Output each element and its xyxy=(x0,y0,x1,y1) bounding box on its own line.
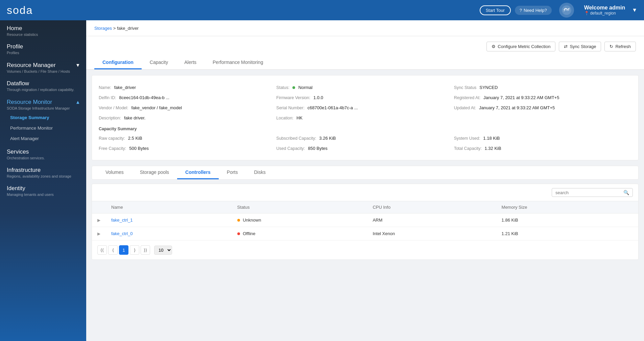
controllers-table: Name Status CPU Info Memory Size ▶ fake_… xyxy=(92,201,638,241)
sidebar-item-infrastructure[interactable]: Infrastructure Regions, availability zon… xyxy=(0,162,86,180)
table-row: ▶ fake_ctrl_0 Offline Intel Xenon 1.21 K… xyxy=(92,227,638,241)
sidebar-item-services[interactable]: Services Orchestration services. xyxy=(0,144,86,162)
cpu-cell-1: Intel Xenon xyxy=(367,227,496,241)
registered-at-cell: Registered At: January 7, 2021 at 9:33:2… xyxy=(454,92,631,103)
search-input[interactable] xyxy=(555,190,623,195)
system-used-cell: System Used: 1.18 KiB xyxy=(454,133,631,143)
name-cell-0: fake_ctrl_1 xyxy=(106,213,232,227)
sub-tab-storage-pools[interactable]: Storage pools xyxy=(132,166,177,179)
controllers-table-section: 🔍 Name Status CPU Info Memory Size ▶ xyxy=(92,184,639,260)
description-cell: Description: fake driver. xyxy=(99,113,276,123)
breadcrumb-parent[interactable]: Storages xyxy=(94,26,112,31)
chevron-down-icon: ▾ xyxy=(76,62,79,69)
soda-foundation-logo xyxy=(559,3,574,18)
pagination-first[interactable]: ⟨⟨ xyxy=(97,245,107,255)
refresh-button[interactable]: ↻ Refresh xyxy=(604,42,636,51)
free-capacity-cell: Free Capacity: 500 Bytes xyxy=(99,143,276,153)
pagination-page-1[interactable]: 1 xyxy=(119,245,128,255)
detail-grid: Name: fake_driver Status: Normal Sync St… xyxy=(99,82,631,153)
col-status: Status xyxy=(232,201,367,213)
user-info: Welcome admin 📍 default_region xyxy=(584,5,625,16)
ctrl-name-link-0[interactable]: fake_ctrl_1 xyxy=(111,218,133,223)
table-header: Name Status CPU Info Memory Size xyxy=(92,201,638,213)
tab-alerts[interactable]: Alerts xyxy=(176,56,205,69)
pagination-next[interactable]: ⟩ xyxy=(130,245,139,255)
per-page-select[interactable]: 10 20 50 xyxy=(154,246,172,255)
header: soda Start Tour ? Need Help? Welcome adm… xyxy=(0,0,644,20)
main-tabs: Configuration Capacity Alerts Performanc… xyxy=(94,56,636,69)
vendor-model-cell: Vendor / Model: fake_vendor / fake_model xyxy=(99,103,276,113)
firmware-version-cell: Firmware Version: 1.0.0 xyxy=(276,92,454,103)
pagination-last[interactable]: ⟩⟩ xyxy=(141,245,150,255)
configure-metric-button[interactable]: ⚙ Configure Metric Collection xyxy=(486,42,555,51)
used-capacity-cell: Used Capacity: 850 Bytes xyxy=(276,143,454,153)
pagination: ⟨⟨ ⟨ 1 ⟩ ⟩⟩ 10 20 50 xyxy=(92,241,638,259)
breadcrumb-current: fake_driver xyxy=(117,26,139,31)
col-name: Name xyxy=(106,201,232,213)
updated-at-cell: Updated At: January 7, 2021 at 9:33:22 A… xyxy=(454,103,631,113)
sidebar-item-performance-monitor[interactable]: Performance Monitor xyxy=(0,123,86,133)
col-expand xyxy=(92,201,106,213)
status-label-cell: Status: Normal xyxy=(276,82,454,92)
sub-tabs-container: Volumes Storage pools Controllers Ports … xyxy=(92,166,639,180)
name-label-cell: Name: fake_driver xyxy=(99,82,276,92)
sidebar-item-resource-monitor[interactable]: Resource Monitor ▴ SODA Storage Infrastr… xyxy=(0,94,86,112)
status-indicator xyxy=(292,86,295,89)
tab-configuration[interactable]: Configuration xyxy=(94,56,142,69)
sidebar-item-alert-manager[interactable]: Alert Manager xyxy=(0,133,86,144)
col-cpu-info: CPU Info xyxy=(367,201,496,213)
start-tour-button[interactable]: Start Tour xyxy=(480,5,511,15)
sync-storage-button[interactable]: ⇄ Sync Storage xyxy=(559,42,601,51)
gear-icon: ⚙ xyxy=(492,44,496,49)
search-box[interactable]: 🔍 xyxy=(552,188,633,197)
table-header-row: Name Status CPU Info Memory Size xyxy=(92,201,638,213)
table-row: ▶ fake_ctrl_1 Unknown ARM 1.86 KiB xyxy=(92,213,638,227)
raw-capacity-cell: Raw capacity: 2.5 KiB xyxy=(99,133,276,143)
sub-tab-controllers[interactable]: Controllers xyxy=(177,166,219,179)
question-icon: ? xyxy=(520,8,522,13)
detail-card: Name: fake_driver Status: Normal Sync St… xyxy=(92,75,639,160)
location-cell: Location: HK xyxy=(276,113,454,123)
header-actions: Start Tour ? Need Help? Welcome admin 📍 … xyxy=(480,3,637,18)
pagination-prev[interactable]: ⟨ xyxy=(108,245,118,255)
logo: soda xyxy=(7,4,33,17)
table-body: ▶ fake_ctrl_1 Unknown ARM 1.86 KiB ▶ fak… xyxy=(92,213,638,241)
sidebar-item-storage-summary[interactable]: Storage Summary xyxy=(0,112,86,123)
serial-number-cell: Serial Number: c68700e1-061a-4b7c-a ... xyxy=(276,103,454,113)
main-layout: Home Resource statistics Profile Profile… xyxy=(0,20,644,341)
expand-cell-1[interactable]: ▶ xyxy=(92,227,106,241)
table-toolbar: 🔍 xyxy=(92,184,638,201)
sub-tab-ports[interactable]: Ports xyxy=(219,166,246,179)
content-area: Storages > fake_driver ⚙ Configure Metri… xyxy=(86,20,644,341)
breadcrumb-separator: > xyxy=(113,26,116,31)
user-menu-chevron[interactable]: ▼ xyxy=(632,7,637,13)
total-capacity-cell: Total Capacity: 1.32 KiB xyxy=(454,143,631,153)
status-cell-0: Unknown xyxy=(232,213,367,227)
sync-status-cell: Sync Status SYNCED xyxy=(454,82,631,92)
sub-tab-volumes[interactable]: Volumes xyxy=(97,166,132,179)
status-dot-1 xyxy=(237,232,240,235)
tab-capacity[interactable]: Capacity xyxy=(142,56,176,69)
page-actions: ⚙ Configure Metric Collection ⇄ Sync Sto… xyxy=(94,42,636,51)
sidebar-item-identity[interactable]: Identity Managing tenants and users xyxy=(0,180,86,199)
expand-cell-0[interactable]: ▶ xyxy=(92,213,106,227)
sub-tabs: Volumes Storage pools Controllers Ports … xyxy=(92,166,638,179)
delfin-id-cell: Delfin ID: 8ceec164-01db-49ea-b ... xyxy=(99,92,276,103)
sidebar-item-profile[interactable]: Profile Profiles xyxy=(0,39,86,57)
sync-icon: ⇄ xyxy=(564,44,568,49)
status-dot-0 xyxy=(237,219,240,222)
tab-performance-monitoring[interactable]: Performance Monitoring xyxy=(205,56,271,69)
sub-tab-disks[interactable]: Disks xyxy=(246,166,273,179)
sidebar-item-dataflow[interactable]: Dataflow Through migration / replication… xyxy=(0,75,86,94)
col-memory-size: Memory Size xyxy=(496,201,638,213)
sidebar-item-resource-manager[interactable]: Resource Manager ▾ Volumes / Buckets / F… xyxy=(0,57,86,75)
need-help-button[interactable]: ? Need Help? xyxy=(515,6,552,15)
status-cell-1: Offline xyxy=(232,227,367,241)
subscribed-capacity-cell: Subscribed Capacity: 3.26 KiB xyxy=(276,133,454,143)
soda-icon xyxy=(559,3,574,18)
memory-cell-0: 1.86 KiB xyxy=(496,213,638,227)
sidebar-item-home[interactable]: Home Resource statistics xyxy=(0,20,86,39)
search-icon: 🔍 xyxy=(623,190,629,195)
ctrl-name-link-1[interactable]: fake_ctrl_0 xyxy=(111,231,133,236)
refresh-icon: ↻ xyxy=(610,44,613,49)
